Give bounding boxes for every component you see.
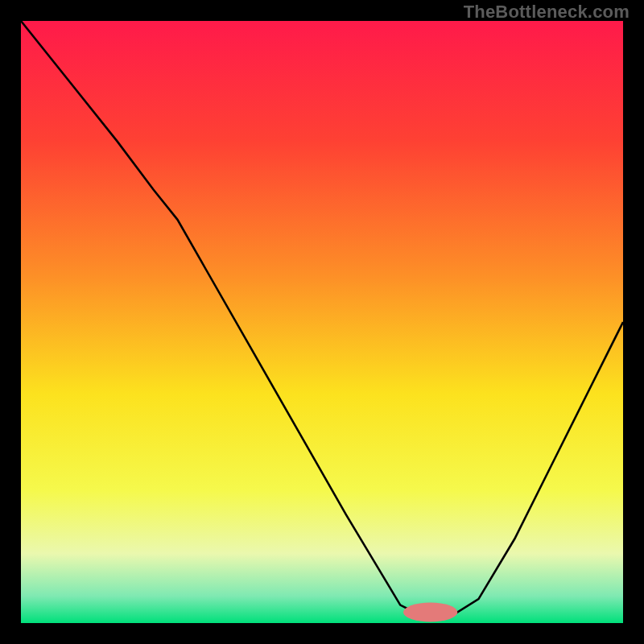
watermark-label: TheBottleneck.com bbox=[464, 2, 630, 23]
bottleneck-chart bbox=[21, 21, 623, 623]
chart-background bbox=[21, 21, 623, 623]
optimal-marker bbox=[403, 603, 457, 622]
chart-container: TheBottleneck.com bbox=[0, 0, 644, 644]
